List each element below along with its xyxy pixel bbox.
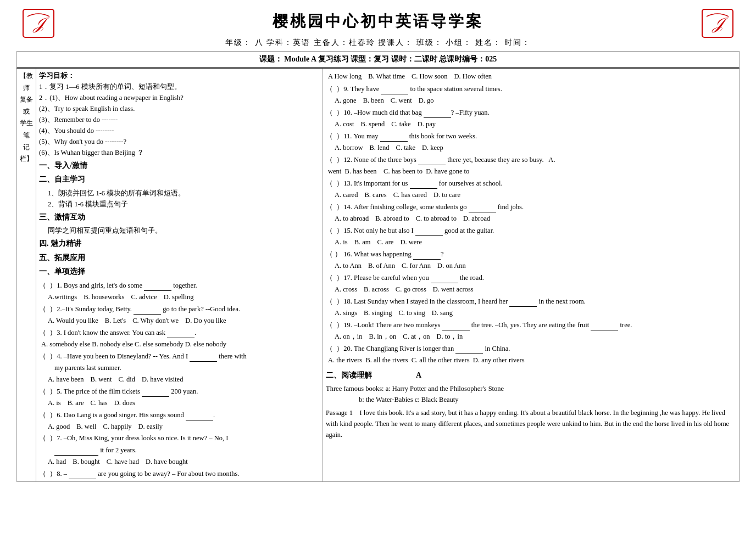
q1-opt-d: D. spelling xyxy=(164,291,194,302)
self-item-1: 1、朗读并回忆 1-6 模块的所有单词和短语。 xyxy=(48,188,320,199)
q3-options: A. somebody else B. nobody else C. else … xyxy=(41,339,320,350)
q9-opt-b: B. been xyxy=(363,95,384,106)
q4-row: （ ）4. –Have you been to Disneyland? -- Y… xyxy=(39,350,320,362)
q16-row: （ ） 16. What was happening ? xyxy=(326,248,736,260)
q19-row: （ ）19. –Look! There are two monkeys the … xyxy=(326,319,736,330)
section5: 五、拓展应用 xyxy=(39,252,320,264)
q14-opt-c: C. to abroad to xyxy=(416,213,457,224)
q3-opt: A. somebody else B. nobody else C. else … xyxy=(41,339,226,350)
q7-row2: it for 2 years. xyxy=(54,444,320,456)
q13-opt-c: C. has cared xyxy=(393,189,427,200)
left-item-5: (4)、You should do -------- xyxy=(39,125,320,136)
q18-options: A. sings B. singing C. to sing D. sang xyxy=(335,307,736,318)
svg-text:𝒥: 𝒥 xyxy=(32,14,50,33)
section2-header-row: 二、阅读理解 A xyxy=(326,368,736,383)
section2-letter: A xyxy=(416,369,421,381)
passage1-text-inline: I love this book. It's a sad story, but … xyxy=(326,409,729,439)
q2-options: A. Would you like B. Let's C. Why don't … xyxy=(48,315,320,326)
books-b: b: the Water-Babies c: Black Beauty xyxy=(359,394,736,405)
q4-opt-c: C. did xyxy=(119,374,136,385)
q2-opt-a: A. Would you like xyxy=(48,315,98,326)
q6-opt-a: A. good xyxy=(48,421,70,432)
self-item-2: 2、背诵 1-6 模块重点句子 xyxy=(48,199,320,210)
q1-row: （ ）1. Boys and girls, let's do some toge… xyxy=(39,279,320,291)
q6-opt-c: C. happily xyxy=(103,421,131,432)
left-item-4: (3)、Remember to do ------- xyxy=(39,114,320,125)
q16-options: A. to Ann B. of Ann C. for Ann D. on Ann xyxy=(335,260,736,271)
q15-opt-d: D. were xyxy=(400,237,422,248)
q2-opt-d: D. Do you like xyxy=(185,315,226,326)
q9-opt-d: D. go xyxy=(419,95,434,106)
q2-opt-c: C. Why don't we xyxy=(132,315,179,326)
q8-opt-c: C. How soon xyxy=(412,71,448,82)
q13-row: （ ）13. It's important for us for ourselv… xyxy=(326,177,736,189)
q17-options: A. cross B. across C. go cross D. went a… xyxy=(335,284,736,295)
q15-row: （ ）15. Not only he but also I good at th… xyxy=(326,225,736,236)
q8-options: A How long B. What time C. How soon D. H… xyxy=(328,71,736,82)
q19-opt-c: C. at，on xyxy=(403,331,430,342)
q5-opt-a: A. is xyxy=(48,397,61,408)
q17-row: （ ）17. Please be careful when you the ro… xyxy=(326,272,736,283)
q10-row: （ ）10. –How much did that bag ? –Fifty y… xyxy=(326,106,736,118)
left-col: 学习目标： 1．复习 1—6 模块所有的单词、短语和句型。 2．(1)、How … xyxy=(36,68,323,482)
q13-opt-d: D. to care xyxy=(433,189,460,200)
q6-row: （ ）6. Dao Lang is a good singer. His son… xyxy=(39,409,320,420)
q11-options: A. borrow B. lend C. take D. keep xyxy=(335,142,736,153)
info-row: 年级： 八 学科：英语 主备人：杜春玲 授课人： 班级： 小组： 姓名： 时间： xyxy=(16,35,740,52)
page: 𝒥 樱桃园中心初中英语导学案 𝒥 年级： 八 学科：英语 主备人：杜春玲 授课人… xyxy=(0,0,756,487)
interaction: 同学之间相互提问重点短语和句子。 xyxy=(48,225,320,236)
left-item-6: (5)、Why don't you do --------? xyxy=(39,136,320,147)
header: 𝒥 樱桃园中心初中英语导学案 𝒥 xyxy=(16,5,740,35)
q1-paren: （ xyxy=(39,282,46,289)
q2-row: （ ）2.–It's Sunday today, Betty. go to th… xyxy=(39,303,320,315)
q6-opt-d: D. easily xyxy=(138,421,162,432)
q2-opt-b: B. Let's xyxy=(105,315,126,326)
main-title: 樱桃园中心初中英语导学案 xyxy=(273,11,483,32)
q10-opt-c: C. take xyxy=(391,119,410,130)
q9-row: （ ）9. They have to the space station sev… xyxy=(326,83,736,94)
logo-left: 𝒥 xyxy=(22,8,55,41)
left-item-3: (2)、Try to speak English in class. xyxy=(39,103,320,114)
q19-options: A. on，in B. in，on C. at，on D. to，in xyxy=(335,331,736,342)
q5-opt-d: D. does xyxy=(114,397,135,408)
q11-opt-c: C. take xyxy=(396,142,415,153)
q8-opt-a: A How long xyxy=(328,71,362,82)
q14-opt-d: D. abroad xyxy=(463,213,490,224)
svg-text:𝒥: 𝒥 xyxy=(711,14,729,33)
q11-opt-b: B. lend xyxy=(369,142,389,153)
sidebar-item-1: 【教师 复备或 学生笔 记栏】 xyxy=(20,70,33,165)
q8-opt-d: D. How often xyxy=(454,71,492,82)
q5-row: （ ）5. The price of the film tickets 200 … xyxy=(39,385,320,397)
q1-options: A.writings B. houseworks C. advice D. sp… xyxy=(48,291,320,302)
q11-opt-a: A. borrow xyxy=(335,142,363,153)
q1-opt-c: C. advice xyxy=(131,291,157,302)
q20-row: （ ）20. The Changjiang River is longer th… xyxy=(326,343,736,354)
left-item-2: 2．(1)、How about reading a newpaper in En… xyxy=(39,92,320,103)
q7-opt-b: B. bought xyxy=(73,456,99,467)
q11-opt-d: D. keep xyxy=(422,142,443,153)
q17-opt-d: D. went across xyxy=(433,284,474,295)
q9-opt-a: A. gone xyxy=(335,95,357,106)
q19-opt-d: D. to，in xyxy=(436,331,463,342)
q15-opt-a: A. is xyxy=(335,237,348,248)
q13-opt-b: B. cares xyxy=(364,189,386,200)
q1-opt-b: B. houseworks xyxy=(84,291,124,302)
q12-options: went B. has been C. has been to D. have … xyxy=(328,166,736,177)
q4-opt-b: B. went xyxy=(91,374,112,385)
q4-opt-d: D. have visited xyxy=(142,374,183,385)
q10-opt-d: D. pay xyxy=(418,119,436,130)
q17-opt-c: C. go cross xyxy=(396,284,426,295)
q4-row2: my parents last summer. xyxy=(54,362,320,373)
q5-options: A. is B. are C. has D. does xyxy=(48,397,320,408)
q7-opt-a: A. had xyxy=(48,456,66,467)
q12-row: （ ）12. None of the three boys there yet,… xyxy=(326,154,736,165)
passage1-header: Passage 1 I love this book. It's a sad s… xyxy=(326,407,736,440)
q18-opt-d: D. sang xyxy=(432,307,453,318)
q11-row: （ ）11. You may this book for two weeks. xyxy=(326,130,736,142)
section4: 四. 魅力精讲 xyxy=(39,238,320,250)
q20-opt: A. the rivers B. all the rivers C. all t… xyxy=(328,355,525,366)
sidebar-col: 【教师 复备或 学生笔 记栏】 xyxy=(17,68,36,482)
q4-opt-a: A. have been xyxy=(48,374,84,385)
q18-opt-c: C. to sing xyxy=(398,307,425,318)
q1-num: ）1. Boys and girls, let's do some togeth… xyxy=(46,282,197,289)
